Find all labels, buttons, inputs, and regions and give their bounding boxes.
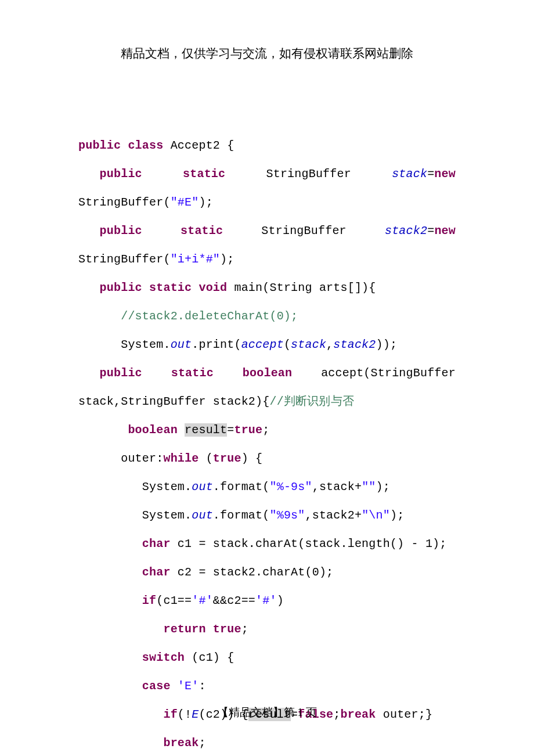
code-line: boolean result=true; — [78, 416, 456, 444]
indent — [78, 509, 142, 522]
string-literal: 'E' — [178, 679, 199, 693]
code-line: char c2 = stack2.charAt(0); — [78, 558, 456, 586]
string-literal: "%-9s" — [269, 480, 312, 494]
keyword: new — [434, 224, 456, 237]
code-text: stack,StringBuffer stack2){ — [78, 395, 269, 408]
field-ref: stack2 — [333, 338, 376, 351]
code-line: StringBuffer("#E"); — [78, 188, 456, 217]
indent — [78, 679, 142, 693]
code-text: .format( — [213, 509, 270, 522]
code-text: StringBuffer( — [78, 253, 171, 266]
code-text: ) — [277, 594, 284, 607]
keyword: void — [199, 281, 227, 294]
string-literal: '#' — [192, 594, 213, 607]
keyword: static — [181, 217, 223, 245]
code-text: c2 = stack2.charAt(0); — [171, 566, 334, 579]
comment: //stack2.deleteCharAt(0); — [121, 309, 298, 323]
keyword: if — [142, 594, 156, 607]
code-text: = — [427, 167, 434, 181]
code-text: , — [326, 338, 333, 351]
keyword: true — [234, 423, 262, 437]
indent — [78, 566, 142, 579]
keyword: break — [163, 736, 199, 750]
code-text: outer: — [121, 452, 163, 465]
code-line: case 'E': — [78, 672, 456, 700]
keyword: public — [100, 224, 142, 237]
code-line: return true; — [78, 615, 456, 643]
code-text: ; — [241, 622, 248, 636]
code-text: ( — [199, 452, 212, 465]
string-literal: "i+i*#" — [171, 253, 220, 266]
indent — [78, 594, 142, 607]
code-text: System. — [142, 480, 192, 494]
keyword: char — [142, 537, 171, 550]
keyword: public — [78, 139, 121, 152]
keyword: new — [434, 167, 456, 181]
code-line: public static void main(String arts[]){ — [78, 273, 456, 302]
code-text: (c1== — [156, 594, 192, 607]
code-text — [192, 281, 199, 294]
code-text — [178, 423, 185, 437]
indent — [78, 736, 163, 750]
static-ref: out — [192, 509, 213, 522]
code-line: outer:while (true) { — [78, 444, 456, 473]
code-line: break; — [78, 729, 456, 756]
code-text: ); — [376, 480, 390, 494]
string-literal: "\n" — [362, 509, 390, 522]
field-ref: stack — [392, 167, 427, 181]
code-line: StringBuffer("i+i*#"); — [78, 245, 456, 273]
code-line: System.out.format("%-9s",stack+""); — [78, 473, 456, 501]
code-block: public class Accept2 { publicstaticStrin… — [0, 62, 534, 756]
code-text: = — [427, 224, 434, 237]
code-text — [206, 622, 213, 636]
keyword: boolean — [243, 359, 292, 387]
keyword: case — [142, 679, 171, 693]
indent — [78, 338, 121, 351]
code-line: publicstaticbooleanaccept(StringBuffer — [78, 359, 456, 387]
code-line: switch (c1) { — [78, 643, 456, 672]
method-ref: accept — [241, 338, 284, 351]
code-text: ; — [199, 736, 205, 750]
code-text: main(String arts[]){ — [227, 281, 376, 294]
keyword: public — [100, 167, 142, 181]
code-line: publicstaticStringBufferstack=new — [78, 160, 456, 188]
code-text: ); — [199, 196, 212, 209]
string-literal: '#' — [255, 594, 277, 607]
code-text: Accept2 { — [163, 139, 234, 152]
code-text: StringBuffer( — [78, 196, 171, 209]
field-ref: stack — [291, 338, 326, 351]
code-text: ); — [390, 509, 404, 522]
keyword: return — [163, 622, 205, 636]
keyword: while — [163, 452, 199, 465]
code-text: .print( — [192, 338, 241, 351]
keyword: public — [100, 281, 142, 294]
code-text — [171, 679, 178, 693]
code-text: (c1) { — [185, 651, 234, 664]
field-ref: stack2 — [385, 224, 427, 237]
code-line: //stack2.deleteCharAt(0); — [78, 302, 456, 330]
indent — [78, 423, 128, 437]
keyword: class — [128, 139, 163, 152]
keyword: char — [142, 566, 171, 579]
indent — [78, 309, 121, 323]
indent — [78, 452, 121, 465]
code-text: ); — [220, 253, 234, 266]
keyword: boolean — [128, 423, 177, 437]
string-literal: "" — [362, 480, 376, 494]
code-text: = — [227, 423, 234, 437]
comment: //判断识别与否 — [269, 395, 354, 408]
indent — [78, 537, 142, 550]
code-text: ,stack2+ — [305, 509, 362, 522]
code-text: &&c2== — [213, 594, 255, 607]
code-line: System.out.print(accept(stack,stack2)); — [78, 330, 456, 359]
keyword: static — [183, 160, 225, 188]
code-text: System. — [142, 509, 192, 522]
code-text: accept(StringBuffer — [321, 359, 456, 387]
code-line: publicstaticStringBufferstack2=new — [78, 217, 456, 245]
code-text: )); — [376, 338, 398, 351]
code-text: ( — [284, 338, 291, 351]
keyword: switch — [142, 651, 185, 664]
code-text: System. — [121, 338, 170, 351]
code-text: StringBuffer — [266, 160, 351, 188]
indent — [78, 281, 100, 294]
